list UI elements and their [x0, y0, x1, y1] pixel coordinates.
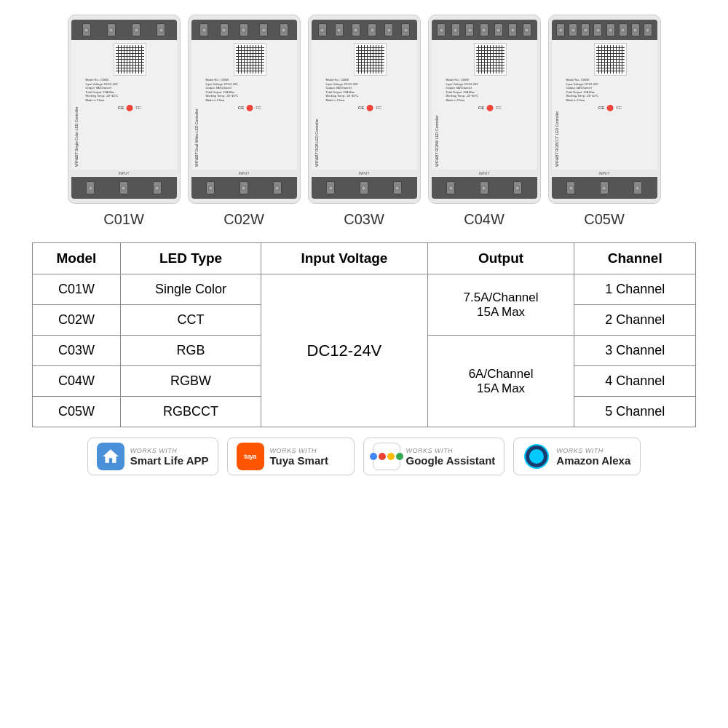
- badge-works-with-google: WORKS WITH: [406, 447, 496, 454]
- cell-led-C04W: RGBW: [120, 366, 261, 397]
- table-row: C01WSingle ColorDC12-24V7.5A/Channel15A …: [33, 274, 696, 305]
- cell-led-C02W: CCT: [120, 305, 261, 336]
- cell-model-C01W: C01W: [33, 274, 121, 305]
- cell-channel-C05W: 5 Channel: [574, 397, 696, 427]
- badge-works-with-tuya: WORKS WITH: [270, 447, 329, 454]
- product-C02W: WiFi&BT Dual White LED Controller Model …: [188, 15, 301, 228]
- cell-channel-C01W: 1 Channel: [574, 274, 696, 305]
- google-icon: [373, 443, 400, 470]
- badge-text-alexa: WORKS WITH Amazon Alexa: [556, 447, 630, 467]
- cell-output-low: 6A/Channel15A Max: [427, 336, 574, 427]
- cell-model-C05W: C05W: [33, 397, 121, 427]
- cell-led-C05W: RGBCCT: [120, 397, 261, 427]
- cell-model-C03W: C03W: [33, 336, 121, 366]
- spec-table: Model LED Type Input Voltage Output Chan…: [32, 242, 696, 427]
- main-container: WiFi&BT Single Color LED Controller Mode…: [0, 0, 728, 728]
- cell-led-C03W: RGB: [120, 336, 261, 366]
- tuya-icon: tuya: [237, 443, 264, 470]
- cell-channel-C04W: 4 Channel: [574, 366, 696, 397]
- product-label-C03W: C03W: [344, 211, 384, 228]
- badge-google: WORKS WITH Google Assistant: [363, 438, 505, 475]
- badge-smart-life: WORKS WITH Smart Life APP: [87, 438, 218, 475]
- col-header-led-type: LED Type: [120, 243, 261, 274]
- badge-app-name-tuya: Tuya Smart: [270, 454, 329, 467]
- product-image-C04W: WiFi&BT RGBW LED Controller Model No.: C…: [428, 15, 541, 204]
- badge-app-name-google: Google Assistant: [406, 454, 496, 467]
- product-image-C03W: WiFi&BT RGB LED Controller Model No.: C0…: [308, 15, 421, 204]
- product-label-C05W: C05W: [584, 211, 625, 228]
- badge-text-tuya: WORKS WITH Tuya Smart: [270, 447, 329, 467]
- badge-app-name-smart-life: Smart Life APP: [130, 454, 209, 467]
- product-label-C02W: C02W: [223, 211, 264, 228]
- product-label-C01W: C01W: [103, 211, 144, 228]
- product-C01W: WiFi&BT Single Color LED Controller Mode…: [68, 15, 181, 228]
- badge-tuya: tuya WORKS WITH Tuya Smart: [227, 438, 355, 475]
- product-C04W: WiFi&BT RGBW LED Controller Model No.: C…: [428, 15, 541, 228]
- badge-works-with-smart-life: WORKS WITH: [130, 447, 209, 454]
- products-row: WiFi&BT Single Color LED Controller Mode…: [15, 15, 713, 228]
- col-header-channel: Channel: [574, 243, 696, 274]
- cell-model-C02W: C02W: [33, 305, 121, 336]
- cell-led-C01W: Single Color: [120, 274, 261, 305]
- badge-text-smart-life: WORKS WITH Smart Life APP: [130, 447, 209, 467]
- cell-voltage: DC12-24V: [261, 274, 427, 427]
- badge-alexa: WORKS WITH Amazon Alexa: [513, 438, 641, 475]
- badge-app-name-alexa: Amazon Alexa: [556, 454, 630, 467]
- product-image-C02W: WiFi&BT Dual White LED Controller Model …: [188, 15, 301, 204]
- alexa-icon: [523, 443, 550, 470]
- col-header-voltage: Input Voltage: [261, 243, 427, 274]
- cell-channel-C02W: 2 Channel: [574, 305, 696, 336]
- product-image-C05W: WiFi&BT RGBCCT LED Controller Model No.:…: [548, 15, 661, 204]
- smarthome-icon: [97, 443, 124, 470]
- badge-text-google: WORKS WITH Google Assistant: [406, 447, 496, 467]
- badges-row: WORKS WITH Smart Life APP tuya WORKS WIT…: [15, 438, 713, 475]
- col-header-output: Output: [427, 243, 574, 274]
- product-image-C01W: WiFi&BT Single Color LED Controller Mode…: [68, 15, 181, 204]
- product-C03W: WiFi&BT RGB LED Controller Model No.: C0…: [308, 15, 421, 228]
- cell-channel-C03W: 3 Channel: [574, 336, 696, 366]
- product-label-C04W: C04W: [464, 211, 505, 228]
- cell-model-C04W: C04W: [33, 366, 121, 397]
- col-header-model: Model: [33, 243, 121, 274]
- product-C05W: WiFi&BT RGBCCT LED Controller Model No.:…: [548, 15, 661, 228]
- cell-output-high: 7.5A/Channel15A Max: [427, 274, 574, 336]
- badge-works-with-alexa: WORKS WITH: [556, 447, 630, 454]
